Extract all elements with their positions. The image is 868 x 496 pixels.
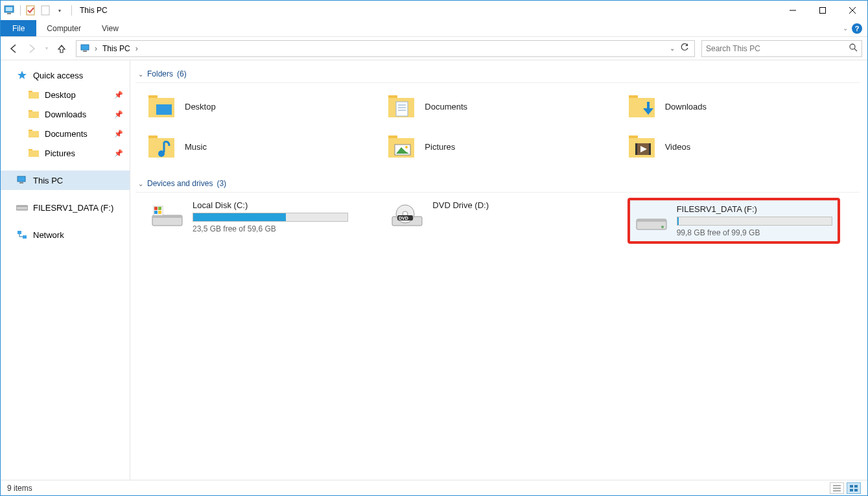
address-history-icon[interactable]: ⌄: [670, 45, 675, 52]
pin-icon: 📌: [114, 130, 123, 138]
svg-point-67: [661, 226, 664, 228]
svg-point-46: [405, 146, 408, 148]
folder-label: Downloads: [665, 102, 707, 112]
sidebar-item-label: Desktop: [45, 90, 76, 100]
sidebar-item-downloads[interactable]: Downloads 📌: [1, 104, 130, 124]
sidebar-quick-access[interactable]: Quick access: [1, 65, 130, 85]
sidebar-network[interactable]: Network: [1, 225, 130, 244]
drive-status: 99,8 GB free of 99,9 GB: [677, 228, 832, 237]
view-details-button[interactable]: [830, 482, 844, 494]
folder-desktop[interactable]: Desktop: [147, 88, 379, 124]
drive-local-c[interactable]: Local Disk (C:) 23,5 GB free of 59,6 GB: [147, 198, 348, 244]
svg-rect-72: [854, 485, 858, 488]
svg-rect-73: [850, 489, 853, 491]
folder-label: Desktop: [185, 102, 216, 112]
folder-label: Documents: [425, 102, 467, 112]
svg-rect-6: [820, 8, 826, 14]
svg-rect-54: [152, 215, 182, 218]
section-header-drives[interactable]: ⌄ Devices and drives (3): [135, 175, 860, 193]
minimize-button[interactable]: [778, 1, 808, 20]
music-folder-icon: [147, 132, 176, 161]
folder-pictures[interactable]: Pictures: [387, 128, 619, 165]
ribbon: File Computer View ⌄ ?: [1, 20, 867, 37]
svg-rect-17: [29, 112, 39, 118]
sidebar-item-pictures[interactable]: Pictures 📌: [1, 143, 130, 163]
folder-downloads[interactable]: Downloads: [628, 88, 860, 124]
pc-icon: [16, 174, 28, 186]
sidebar-item-documents[interactable]: Documents 📌: [1, 124, 130, 143]
qat-properties-icon[interactable]: [25, 4, 38, 17]
refresh-icon[interactable]: [680, 43, 689, 54]
folder-music[interactable]: Music: [147, 128, 379, 165]
sidebar-quick-access-label: Quick access: [33, 71, 83, 80]
svg-rect-66: [637, 219, 666, 222]
pin-icon: 📌: [114, 149, 123, 158]
back-button[interactable]: [6, 41, 21, 56]
sidebar-item-label: Documents: [45, 129, 88, 139]
folder-icon: [28, 147, 40, 159]
pictures-folder-icon: [387, 132, 416, 161]
svg-rect-27: [23, 235, 27, 239]
maximize-button[interactable]: [808, 1, 838, 20]
svg-rect-15: [29, 92, 39, 99]
svg-rect-71: [850, 485, 853, 488]
sidebar-mapped-drive-label: FILESRV1_DATA (F:): [33, 203, 113, 213]
ribbon-tab-file[interactable]: File: [1, 20, 36, 36]
search-icon[interactable]: [849, 43, 858, 54]
ribbon-tab-computer[interactable]: Computer: [36, 20, 91, 36]
sidebar-this-pc-label: This PC: [33, 176, 63, 185]
folder-videos[interactable]: Videos: [628, 128, 860, 165]
svg-rect-1: [6, 7, 12, 11]
svg-rect-38: [629, 98, 655, 117]
qat-dropdown-icon[interactable]: ▾: [53, 4, 66, 17]
forward-button[interactable]: [24, 41, 40, 56]
svg-rect-59: [158, 211, 161, 214]
svg-line-12: [854, 49, 857, 51]
close-button[interactable]: [838, 1, 867, 20]
drive-title: DVD Drive (D:): [432, 200, 584, 210]
sidebar-mapped-drive[interactable]: FILESRV1_DATA (F:): [1, 198, 130, 217]
svg-text:DVD: DVD: [399, 216, 408, 220]
folder-icon: [28, 89, 40, 100]
sidebar-item-desktop[interactable]: Desktop 📌: [1, 85, 130, 104]
address-pc-icon: [79, 42, 92, 55]
section-count: (3): [217, 179, 226, 188]
recent-locations-button[interactable]: ▾: [42, 41, 51, 56]
svg-rect-74: [854, 489, 858, 491]
address-bar[interactable]: › This PC › ⌄: [76, 40, 695, 57]
ribbon-expand-icon[interactable]: ⌄: [843, 25, 848, 32]
svg-rect-21: [29, 150, 39, 157]
qat-blank-icon[interactable]: [39, 4, 52, 17]
help-icon[interactable]: ?: [852, 23, 862, 34]
svg-rect-25: [16, 206, 28, 207]
drive-dvd-d[interactable]: DVD DVD Drive (D:): [387, 198, 588, 244]
view-tiles-button[interactable]: [847, 482, 861, 494]
svg-rect-56: [154, 207, 158, 210]
folder-icon: [28, 128, 40, 139]
svg-rect-51: [649, 143, 651, 155]
section-header-folders[interactable]: ⌄ Folders (6): [135, 65, 860, 83]
videos-folder-icon: [628, 132, 656, 161]
system-icon[interactable]: [3, 4, 16, 17]
search-input[interactable]: [706, 44, 849, 53]
folder-icon: [28, 108, 40, 120]
breadcrumb-this-pc[interactable]: This PC: [100, 44, 133, 53]
folder-label: Music: [185, 142, 207, 152]
dvd-drive-icon: DVD: [391, 200, 423, 233]
status-text: 9 items: [7, 484, 32, 493]
section-count: (6): [177, 69, 187, 78]
ribbon-tab-view[interactable]: View: [91, 20, 129, 36]
hdd-icon: [151, 200, 183, 233]
downloads-folder-icon: [628, 92, 656, 121]
folder-label: Videos: [665, 142, 691, 152]
hdd-icon: [635, 204, 668, 237]
folder-documents[interactable]: Documents: [387, 88, 619, 124]
section-title: Folders: [147, 69, 173, 78]
drive-capacity-bar: [193, 213, 348, 222]
search-box[interactable]: [701, 40, 862, 57]
svg-point-11: [850, 44, 855, 49]
drive-filesrv1-f[interactable]: FILESRV1_DATA (F:) 99,8 GB free of 99,9 …: [628, 198, 840, 244]
sidebar-this-pc[interactable]: This PC: [1, 171, 130, 190]
sidebar-network-label: Network: [33, 230, 64, 240]
up-button[interactable]: [54, 41, 69, 56]
